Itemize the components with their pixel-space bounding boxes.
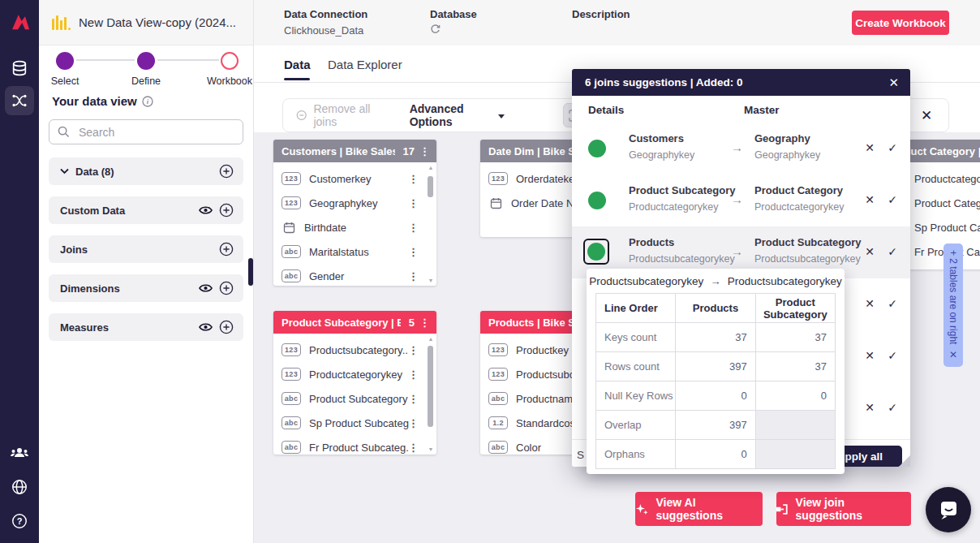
chat-widget-button[interactable] <box>926 487 971 532</box>
field-row[interactable]: 123Customerkey⋮ <box>273 166 436 191</box>
badge-close-icon[interactable]: ✕ <box>949 349 957 360</box>
scroll-thumb[interactable] <box>428 176 433 197</box>
calendar-icon <box>490 197 502 209</box>
accept-join-icon[interactable]: ✓ <box>888 193 897 206</box>
kebab-menu-icon[interactable]: ⋮ <box>408 222 419 233</box>
scroll-up-icon[interactable]: ▲ <box>427 336 435 342</box>
stats-cell: Keys count <box>596 323 676 352</box>
refresh-icon[interactable] <box>430 24 441 35</box>
reject-join-icon[interactable]: ✕ <box>865 297 875 310</box>
field-row[interactable]: Birthdate⋮ <box>273 215 436 239</box>
join-suggestion-row[interactable]: Product SubcategoryProductcategorykey→Pr… <box>572 175 910 226</box>
step-define[interactable]: Define <box>122 52 170 87</box>
database-icon[interactable] <box>5 54 34 83</box>
kebab-menu-icon[interactable]: ⋮ <box>408 198 419 209</box>
scroll-up-icon[interactable]: ▲ <box>427 165 435 170</box>
close-panel-button[interactable]: ✕ <box>904 98 949 132</box>
accept-join-icon[interactable]: ✓ <box>888 401 897 414</box>
table-card[interactable]: Customers | Bike Sales17⋮123Customerkey⋮… <box>273 140 436 286</box>
eye-icon[interactable] <box>199 322 213 332</box>
plus-circle-icon[interactable] <box>219 242 234 256</box>
join-suggestion-row[interactable]: CustomersGeographykey→GeographyGeography… <box>572 123 910 175</box>
scroll-down-icon[interactable]: ▼ <box>427 278 435 283</box>
accept-join-icon[interactable]: ✓ <box>888 141 897 154</box>
kebab-menu-icon[interactable]: ⋮ <box>408 394 419 404</box>
reject-join-icon[interactable]: ✕ <box>865 401 875 414</box>
field-row[interactable]: 123Productcategorykey⋮ <box>273 362 436 386</box>
modal-close-icon[interactable]: ✕ <box>888 75 899 90</box>
globe-icon[interactable] <box>5 472 34 502</box>
table-card-header[interactable]: Customers | Bike Sales17⋮ <box>273 140 436 162</box>
field-row[interactable]: abcFr Product Subcateg...⋮ <box>273 435 436 455</box>
scroll-down-icon[interactable]: ▼ <box>427 446 435 452</box>
left-panel: New Data View-copy (2024... SelectDefine… <box>39 0 254 543</box>
field-row[interactable]: 123Productsubcategory...⋮ <box>273 338 436 362</box>
kebab-menu-icon[interactable]: ⋮ <box>419 146 430 157</box>
field-row[interactable]: abcSp Product Subcateg...⋮ <box>273 411 436 435</box>
eye-icon[interactable] <box>199 205 213 215</box>
kebab-menu-icon[interactable]: ⋮ <box>408 369 419 380</box>
search-input[interactable] <box>77 125 218 140</box>
app-logo[interactable] <box>8 10 31 32</box>
table-card[interactable]: Product Subcategory | Bik...5⋮123Product… <box>273 311 436 455</box>
chevron-down-icon <box>498 114 505 119</box>
date-field-icon <box>488 196 503 209</box>
field-name: Customerkey <box>309 173 409 185</box>
kebab-menu-icon[interactable]: ⋮ <box>408 271 419 282</box>
card-scrollbar[interactable]: ▲▼ <box>427 336 435 452</box>
accept-join-icon[interactable]: ✓ <box>888 245 897 258</box>
scroll-thumb[interactable] <box>428 346 433 427</box>
tab-data[interactable]: Data <box>284 58 311 71</box>
modal-resize-handle[interactable] <box>899 455 910 467</box>
eye-icon[interactable] <box>199 283 213 293</box>
kebab-menu-icon[interactable]: ⋮ <box>408 247 419 257</box>
reject-join-icon[interactable]: ✕ <box>865 141 875 154</box>
card-scrollbar[interactable]: ▲▼ <box>427 165 435 283</box>
field-name: Gender <box>309 270 409 282</box>
field-row[interactable]: abcGender⋮ <box>273 264 436 286</box>
info-icon[interactable]: i <box>142 96 153 107</box>
create-workbook-button[interactable]: Create Workbook <box>852 11 949 35</box>
view-join-suggestions-button[interactable]: View join suggestions <box>776 492 911 526</box>
reject-join-icon[interactable]: ✕ <box>865 245 875 258</box>
kebab-menu-icon[interactable]: ⋮ <box>408 418 419 429</box>
plus-circle-icon[interactable] <box>219 203 234 218</box>
field-row[interactable]: abcMaritalstatus⋮ <box>273 239 436 264</box>
table-card-header[interactable]: Product Subcategory | Bik...5⋮ <box>273 311 436 334</box>
kebab-menu-icon[interactable]: ⋮ <box>419 317 430 328</box>
tab-data-explorer[interactable]: Data Explorer <box>328 58 402 71</box>
advanced-options-dropdown[interactable]: Advanced Options <box>410 102 505 128</box>
sparkles-icon <box>635 502 649 516</box>
plus-circle-icon[interactable] <box>219 320 234 334</box>
field-row[interactable]: abcProduct Subcategory⋮ <box>273 386 436 411</box>
accept-join-icon[interactable]: ✓ <box>888 349 897 362</box>
skip-all-button-partial[interactable]: S <box>577 449 584 461</box>
team-icon[interactable] <box>5 438 34 468</box>
step-select[interactable]: Select <box>41 52 89 87</box>
accept-join-icon[interactable]: ✓ <box>888 297 897 310</box>
kebab-menu-icon[interactable]: ⋮ <box>408 345 419 356</box>
help-icon[interactable]: ? <box>5 506 34 536</box>
remove-all-joins-button[interactable]: Remove all joins <box>296 102 384 128</box>
detail-key-name: Productcategorykey <box>629 201 734 213</box>
sidebar-section-joins[interactable]: Joins <box>49 235 243 263</box>
search-box[interactable] <box>49 119 243 144</box>
plus-circle-icon[interactable] <box>219 281 234 295</box>
sidebar-section-custom-data[interactable]: Custom Data <box>49 196 243 224</box>
view-ai-suggestions-button[interactable]: View AI suggestions <box>635 492 763 526</box>
sidebar-section-dimensions[interactable]: Dimensions <box>49 274 243 302</box>
field-row[interactable]: 123Geographykey⋮ <box>273 191 436 215</box>
plus-circle-icon[interactable] <box>219 164 234 179</box>
reject-join-icon[interactable]: ✕ <box>865 349 875 362</box>
panel-scrollbar[interactable] <box>248 258 253 286</box>
step-workbook[interactable]: Workbook <box>205 52 254 87</box>
section-label: Dimensions <box>60 282 120 295</box>
tables-on-right-badge[interactable]: + 2 tables are on right ✕ <box>943 243 963 367</box>
table-card-title: Product Subcategory | Bik... <box>282 317 401 329</box>
kebab-menu-icon[interactable]: ⋮ <box>408 442 419 453</box>
joins-model-icon[interactable] <box>5 86 34 115</box>
kebab-menu-icon[interactable]: ⋮ <box>408 174 419 184</box>
reject-join-icon[interactable]: ✕ <box>865 193 875 206</box>
sidebar-section-data-8-[interactable]: Data (8) <box>49 157 243 185</box>
sidebar-section-measures[interactable]: Measures <box>49 313 243 341</box>
